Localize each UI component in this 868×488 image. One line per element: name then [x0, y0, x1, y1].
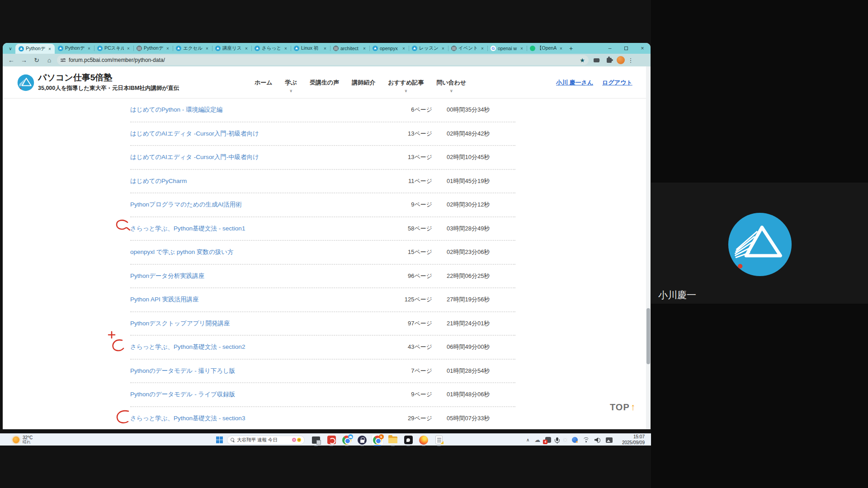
- dark-dev-app-icon[interactable]: [403, 435, 414, 446]
- browser-tab[interactable]: さらっと学 ×: [251, 43, 291, 54]
- scrollbar-thumb[interactable]: [646, 308, 650, 364]
- speaker-icon[interactable]: [594, 437, 601, 443]
- browser-menu-kebab-icon[interactable]: ⋮: [627, 57, 634, 64]
- firefox-icon[interactable]: [418, 435, 429, 446]
- tab-close-icon[interactable]: ×: [165, 46, 170, 51]
- bookmark-star-icon[interactable]: ★: [580, 57, 585, 64]
- browser-tab[interactable]: openpyx ×: [369, 43, 409, 54]
- tab-close-icon[interactable]: ×: [244, 46, 249, 51]
- tab-close-icon[interactable]: ×: [440, 46, 446, 51]
- tab-favicon-icon: [215, 46, 221, 51]
- maximize-button[interactable]: [618, 43, 634, 54]
- course-link[interactable]: Python API 実践活用講座: [130, 296, 392, 304]
- tab-close-icon[interactable]: ×: [86, 46, 92, 51]
- home-button[interactable]: ⌂: [44, 55, 54, 65]
- camera-glyph: [594, 58, 599, 62]
- course-link[interactable]: さらっと学ぶ、Python基礎文法 - section2: [130, 343, 392, 351]
- screenshot-tool-icon[interactable]: [311, 435, 321, 446]
- course-link[interactable]: はじめてのAIエディタ -Cursor入門-初級者向け: [130, 130, 392, 138]
- browser-tab[interactable]: イベント ×: [448, 43, 487, 54]
- ime-language-icon[interactable]: [606, 437, 613, 443]
- minimize-button[interactable]: –: [602, 43, 618, 54]
- browser-tab[interactable]: レッスン ×: [409, 43, 448, 54]
- browser-tab[interactable]: Pythonデ ×: [55, 43, 94, 54]
- chrome-cloud-profile-icon[interactable]: [341, 435, 352, 446]
- wifi-icon[interactable]: [583, 437, 590, 442]
- site-logo[interactable]: [17, 74, 34, 91]
- tab-favicon-icon: [137, 46, 142, 51]
- nav-item[interactable]: ホーム: [254, 78, 273, 88]
- tab-close-icon[interactable]: ×: [322, 46, 328, 51]
- course-link[interactable]: Pythonデスクトップアプリ開発講座: [130, 319, 392, 328]
- flower-emoji-icon: [292, 438, 301, 442]
- extensions-puzzle-icon[interactable]: [604, 55, 614, 65]
- course-link[interactable]: さらっと学ぶ、Python基礎文法 - section3: [130, 414, 392, 422]
- course-link[interactable]: はじめてのAIエディタ -Cursor入門-中級者向け: [130, 153, 392, 161]
- course-link[interactable]: Pythonデータ分析実践講座: [130, 272, 392, 280]
- browser-tab[interactable]: Pythonデ ×: [15, 44, 55, 54]
- tray-expand-caret-icon[interactable]: ∧: [526, 437, 529, 442]
- new-tab-button[interactable]: +: [566, 45, 576, 52]
- course-link[interactable]: openpyxl で学ぶ python 変数の扱い方: [130, 248, 392, 256]
- course-link[interactable]: はじめてのPython - 環境編設定編: [130, 106, 392, 114]
- tab-close-icon[interactable]: ×: [204, 46, 210, 51]
- notepad-icon[interactable]: [434, 435, 444, 446]
- browser-tab[interactable]: PCスキル ×: [94, 43, 133, 54]
- logout-link[interactable]: ログアウト: [602, 79, 632, 87]
- address-bar[interactable]: forum.pc5bai.com/member/python-data/ ★: [57, 55, 589, 65]
- tab-close-icon[interactable]: ×: [401, 46, 406, 51]
- tab-close-icon[interactable]: ×: [558, 46, 564, 51]
- browser-tab[interactable]: 講座リス ×: [212, 43, 251, 54]
- start-button-windows-icon[interactable]: [216, 436, 223, 443]
- site-title[interactable]: パソコン仕事5倍塾: [38, 72, 112, 84]
- back-to-top-button[interactable]: TOP ↑: [610, 402, 635, 413]
- weather-widget[interactable]: 32°C 晴れ: [13, 434, 33, 446]
- microphone-icon[interactable]: [556, 439, 558, 441]
- taskbar-clock[interactable]: 15:07 2025/09/09: [622, 434, 645, 446]
- password-manager-icon[interactable]: [357, 435, 368, 446]
- forward-button[interactable]: →: [19, 55, 29, 65]
- tab-close-icon[interactable]: ×: [480, 46, 485, 51]
- site-info-icon[interactable]: [61, 58, 66, 62]
- nav-item[interactable]: おすすめ記事 ∨: [387, 78, 424, 88]
- tab-search-chevron-icon[interactable]: ∨: [5, 44, 15, 52]
- course-link[interactable]: Pythonプログラマのための生成AI活用術: [130, 201, 392, 209]
- browser-tab[interactable]: Linux 初 ×: [291, 43, 330, 54]
- course-duration: 01時間45分19秒: [447, 177, 515, 185]
- chrome-active-profile-icon[interactable]: k: [372, 435, 383, 446]
- back-button[interactable]: ←: [6, 55, 16, 65]
- red-media-app-icon[interactable]: [326, 435, 337, 446]
- browser-tab[interactable]: openai w ×: [487, 43, 527, 54]
- course-link[interactable]: はじめてのPyCharm: [130, 177, 392, 185]
- browser-tab[interactable]: 【OpenAI ×: [527, 43, 566, 54]
- tab-close-icon[interactable]: ×: [362, 46, 367, 51]
- onedrive-cloud-icon[interactable]: ☁: [534, 436, 540, 443]
- url-text[interactable]: forum.pc5bai.com/member/python-data/: [69, 57, 576, 63]
- close-window-button[interactable]: ×: [634, 43, 651, 54]
- browser-tab[interactable]: Pythonデ ×: [133, 43, 173, 54]
- file-explorer-icon[interactable]: [387, 435, 398, 446]
- tab-close-icon[interactable]: ×: [126, 46, 131, 51]
- profile-avatar[interactable]: [617, 56, 625, 64]
- browser-tab[interactable]: architect ×: [330, 43, 369, 54]
- notification-badge-icon[interactable]: 4: [545, 437, 551, 443]
- reload-button[interactable]: ↻: [32, 55, 42, 65]
- tab-close-icon[interactable]: ×: [519, 46, 524, 51]
- page-scrollbar[interactable]: [646, 66, 651, 429]
- taskbar-search-box[interactable]: 大谷翔平 速報 今日: [227, 436, 305, 445]
- blue-globe-app-icon[interactable]: [572, 437, 578, 443]
- course-link[interactable]: Pythonのデータモデル - 撮り下ろし版: [130, 367, 392, 375]
- white-x-app-icon[interactable]: ×: [563, 436, 567, 443]
- nav-item[interactable]: 問い合わせ ∨: [436, 78, 467, 88]
- tab-close-icon[interactable]: ×: [47, 47, 52, 52]
- tab-label: 講座リス: [222, 45, 242, 52]
- nav-item[interactable]: 受講生の声: [309, 78, 340, 88]
- nav-item[interactable]: 講師紹介: [351, 78, 376, 88]
- camera-extension-icon[interactable]: [591, 55, 601, 65]
- browser-tab[interactable]: エクセル仕 ×: [173, 43, 212, 54]
- tab-close-icon[interactable]: ×: [283, 46, 288, 51]
- logged-in-user-link[interactable]: 小川 慶一さん: [556, 79, 593, 87]
- nav-item[interactable]: 学ぶ ∨: [285, 78, 297, 88]
- course-link[interactable]: Pythonのデータモデル - ライブ収録版: [130, 390, 392, 399]
- course-link[interactable]: さらっと学ぶ、Python基礎文法 - section1: [130, 225, 392, 233]
